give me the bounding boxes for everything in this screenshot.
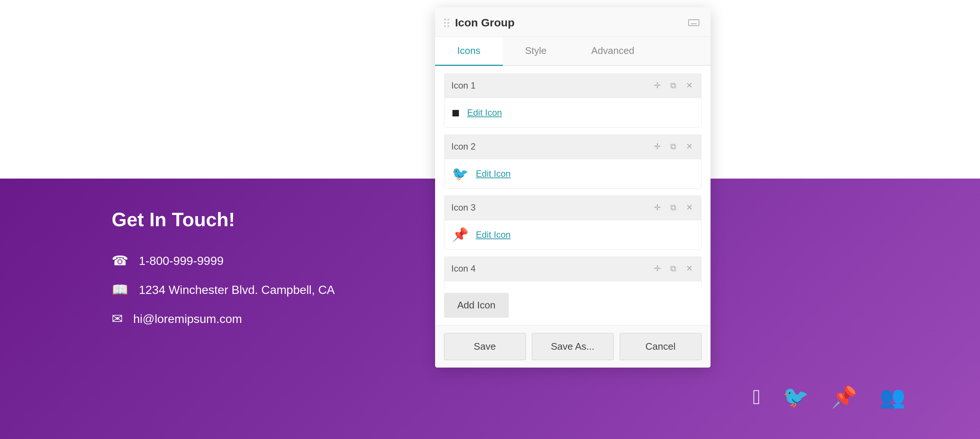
add-icon-button[interactable]: Add Icon — [444, 293, 509, 318]
icon-2-controls: ✛ ⧉ ✕ — [652, 140, 694, 153]
icon-3-copy-button[interactable]: ⧉ — [669, 201, 678, 214]
icon-3-header: Icon 3 ✛ ⧉ ✕ — [444, 195, 702, 220]
icon-4-label: Icon 4 — [452, 263, 476, 274]
address-text: 1234 Winchester Blvd. Campbell, CA — [139, 283, 335, 297]
icon-1-body: ■ Edit Icon — [444, 98, 702, 127]
minimize-icon — [691, 24, 697, 24]
tabs-bar: Icons Style Advanced — [435, 37, 711, 66]
panel-title: Icon Group — [455, 16, 688, 29]
icon-item-2: Icon 2 ✛ ⧉ ✕ 🐦 Edit Icon — [444, 134, 702, 189]
social-facebook-icon[interactable]:  — [753, 385, 760, 409]
social-pinterest-icon[interactable]: 📌 — [831, 385, 857, 409]
icon-3-delete-button[interactable]: ✕ — [684, 201, 694, 214]
phone-icon: ☎ — [112, 253, 129, 269]
icon-4-copy-button[interactable]: ⧉ — [669, 262, 678, 275]
phone-number: 1-800-999-9999 — [139, 254, 224, 268]
icon-3-label: Icon 3 — [452, 202, 476, 213]
icon-group-panel: Icon Group Icons Style Advanced Icon 1 ✛… — [435, 8, 711, 367]
email-icon: ✉ — [112, 311, 123, 327]
icon-1-controls: ✛ ⧉ ✕ — [652, 79, 694, 92]
icon-item-4: Icon 4 ✛ ⧉ ✕ 👥 Edit Icon — [444, 256, 702, 289]
icon-4-delete-button[interactable]: ✕ — [684, 262, 694, 275]
icon-1-preview: ■ — [452, 105, 460, 121]
drag-dot — [444, 19, 446, 21]
social-linkedin-icon[interactable]: 👥 — [880, 385, 905, 409]
icon-2-header: Icon 2 ✛ ⧉ ✕ — [444, 134, 702, 159]
icon-2-move-button[interactable]: ✛ — [652, 140, 662, 153]
tab-style[interactable]: Style — [503, 37, 569, 66]
icon-item-3: Icon 3 ✛ ⧉ ✕ 📌 Edit Icon — [444, 195, 702, 250]
email-text: hi@loremipsum.com — [133, 312, 242, 326]
save-button[interactable]: Save — [444, 333, 526, 360]
add-icon-area: Add Icon — [435, 289, 711, 325]
icon-3-controls: ✛ ⧉ ✕ — [652, 201, 694, 214]
drag-dot — [444, 22, 446, 24]
icons-list: Icon 1 ✛ ⧉ ✕ ■ Edit Icon Icon 2 ✛ ⧉ ✕ — [435, 66, 711, 289]
social-twitter-icon[interactable]: 🐦 — [783, 385, 809, 409]
drag-dot — [447, 19, 449, 21]
icon-1-copy-button[interactable]: ⧉ — [669, 79, 678, 92]
icon-4-preview: 👥 — [452, 288, 469, 289]
icon-2-body: 🐦 Edit Icon — [444, 159, 702, 189]
icon-4-controls: ✛ ⧉ ✕ — [652, 262, 694, 275]
icon-item-1: Icon 1 ✛ ⧉ ✕ ■ Edit Icon — [444, 73, 702, 127]
icon-3-edit-link[interactable]: Edit Icon — [476, 229, 511, 240]
icon-4-body: 👥 Edit Icon — [444, 281, 702, 289]
icon-2-edit-link[interactable]: Edit Icon — [476, 169, 511, 179]
panel-header: Icon Group — [435, 8, 711, 37]
icon-2-copy-button[interactable]: ⧉ — [669, 140, 678, 153]
icon-1-delete-button[interactable]: ✕ — [684, 79, 694, 92]
icon-3-body: 📌 Edit Icon — [444, 220, 702, 250]
drag-dot — [447, 25, 449, 27]
drag-handle[interactable] — [444, 19, 449, 27]
drag-dot — [447, 22, 449, 24]
cancel-button[interactable]: Cancel — [620, 333, 702, 360]
minimize-button[interactable] — [688, 19, 699, 26]
panel-footer: Save Save As... Cancel — [435, 325, 711, 367]
icon-3-move-button[interactable]: ✛ — [652, 201, 662, 214]
icon-1-label: Icon 1 — [452, 80, 476, 91]
icon-1-header: Icon 1 ✛ ⧉ ✕ — [444, 73, 702, 98]
icon-3-preview: 📌 — [452, 227, 469, 243]
tab-icons[interactable]: Icons — [435, 37, 503, 66]
icon-4-move-button[interactable]: ✛ — [652, 262, 662, 275]
icon-2-preview: 🐦 — [452, 166, 469, 181]
tab-advanced[interactable]: Advanced — [569, 37, 657, 66]
icon-4-header: Icon 4 ✛ ⧉ ✕ — [444, 256, 702, 281]
social-icons-row:  🐦 📌 👥 — [753, 385, 905, 409]
icon-1-move-button[interactable]: ✛ — [652, 79, 662, 92]
drag-dot — [444, 25, 446, 27]
icon-2-label: Icon 2 — [452, 142, 476, 152]
map-icon: 📖 — [112, 282, 129, 297]
icon-1-edit-link[interactable]: Edit Icon — [467, 108, 502, 118]
icon-2-delete-button[interactable]: ✕ — [684, 140, 694, 153]
save-as-button[interactable]: Save As... — [532, 333, 614, 360]
